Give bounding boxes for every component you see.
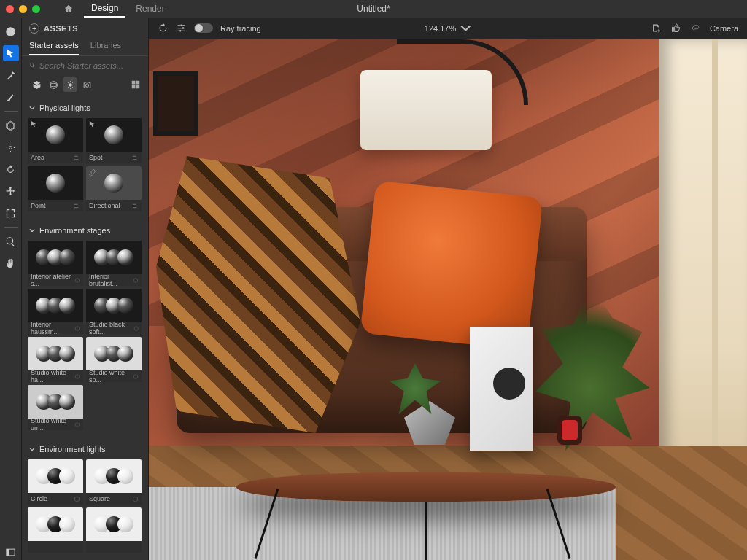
cursor-badge-icon xyxy=(88,120,96,128)
maximize-window-button[interactable] xyxy=(32,5,40,13)
cube-small-icon xyxy=(74,496,80,502)
undo-icon[interactable] xyxy=(690,23,701,34)
plus-circle-icon xyxy=(5,26,16,37)
section-physical-lights[interactable]: Physical lights xyxy=(28,101,142,115)
magnify-icon xyxy=(5,236,16,247)
asset-filter-row xyxy=(22,74,148,98)
thumb-label: Studio white ha... xyxy=(31,369,74,382)
add-asset-button[interactable]: + xyxy=(29,23,39,34)
scale-icon xyxy=(5,208,16,219)
cube-small-icon xyxy=(74,325,80,332)
move-icon xyxy=(5,186,16,197)
scene-watch xyxy=(557,416,582,445)
svg-point-7 xyxy=(179,30,182,32)
sliders-icon[interactable] xyxy=(74,203,80,209)
sliders-icon[interactable] xyxy=(74,155,80,161)
viewport-column: Ray tracing 124.17% Camera xyxy=(149,18,747,560)
light-directional[interactable]: Directional xyxy=(86,166,142,211)
viewport-3d[interactable] xyxy=(149,39,747,560)
envlight-item[interactable] xyxy=(86,508,142,553)
sliders-icon[interactable] xyxy=(132,155,139,161)
titlebar: Design Render Untitled* xyxy=(0,0,747,18)
scale-tool[interactable] xyxy=(3,205,19,221)
light-area[interactable]: Area xyxy=(28,118,83,163)
brush-icon xyxy=(5,92,16,103)
zoom-tool[interactable] xyxy=(3,233,19,249)
light-spot[interactable]: Spot xyxy=(86,118,142,163)
light-point[interactable]: Point xyxy=(28,166,83,211)
scene-product-box xyxy=(470,327,533,451)
search-input[interactable] xyxy=(39,61,141,70)
stage-interior-atelier[interactable]: Interior atelier s... xyxy=(28,241,83,286)
stage-interior-haussm[interactable]: Interior haussm... xyxy=(28,289,83,334)
scene-lamp-shade xyxy=(360,70,492,150)
filter-models-button[interactable] xyxy=(29,77,44,92)
zoom-value: 124.17% xyxy=(425,24,456,33)
history-icon[interactable] xyxy=(158,23,169,34)
divider xyxy=(4,227,18,228)
render-tab[interactable]: Render xyxy=(128,0,171,18)
add-tool[interactable] xyxy=(3,23,19,39)
thumbs-up-icon[interactable] xyxy=(670,23,681,34)
select-tool[interactable] xyxy=(3,45,19,61)
stage-interior-brutalist[interactable]: Interior brutalist... xyxy=(86,241,142,286)
scene-throw-blanket xyxy=(156,156,360,433)
grid-view-button[interactable] xyxy=(131,79,141,90)
cube-small-icon xyxy=(133,325,139,332)
chevron-down-icon xyxy=(460,23,471,34)
cube-icon xyxy=(5,120,16,131)
thumb-label: Studio white so... xyxy=(89,369,133,382)
envlight-item[interactable] xyxy=(28,508,83,553)
stage-studio-white-ha[interactable]: Studio white ha... xyxy=(28,337,83,382)
document-title: Untitled* xyxy=(357,4,390,14)
brush-tool[interactable] xyxy=(3,89,19,105)
svg-point-6 xyxy=(182,27,185,29)
svg-point-0 xyxy=(9,146,12,149)
section-label: Physical lights xyxy=(39,104,90,112)
sun-icon xyxy=(5,142,16,153)
raytracing-toggle[interactable] xyxy=(194,23,213,33)
sliders-icon[interactable] xyxy=(132,203,139,209)
filter-materials-button[interactable] xyxy=(46,77,61,92)
search-icon xyxy=(29,61,35,70)
cube-small-icon xyxy=(74,373,80,380)
envlight-square[interactable]: Square xyxy=(86,459,142,505)
raytracing-label: Ray tracing xyxy=(220,24,261,33)
chevron-down-icon xyxy=(29,105,35,111)
panel-title: ASSETS xyxy=(44,24,78,33)
move-tool[interactable] xyxy=(3,183,19,199)
libraries-tab[interactable]: Libraries xyxy=(90,36,121,55)
thumb-label: Spot xyxy=(89,154,103,161)
section-environment-stages[interactable]: Environment stages xyxy=(28,223,142,238)
envlight-circle[interactable]: Circle xyxy=(28,459,83,505)
magic-wand-tool[interactable] xyxy=(3,67,19,83)
starter-assets-tab[interactable]: Starter assets xyxy=(29,36,79,55)
hand-tool[interactable] xyxy=(3,255,19,271)
minimize-window-button[interactable] xyxy=(19,5,27,13)
section-environment-lights[interactable]: Environment lights xyxy=(28,442,142,456)
rotate-tool[interactable] xyxy=(3,161,19,177)
stage-studio-black-soft[interactable]: Studio black soft... xyxy=(86,289,142,334)
export-icon[interactable] xyxy=(651,23,662,34)
design-tab[interactable]: Design xyxy=(84,0,125,18)
camera-icon xyxy=(82,80,92,90)
zoom-control[interactable]: 124.17% xyxy=(425,23,471,34)
stage-studio-white-um[interactable]: Studio white um... xyxy=(28,385,83,430)
filter-lights-button[interactable] xyxy=(63,77,77,92)
home-tab[interactable] xyxy=(56,0,81,18)
cube-tool[interactable] xyxy=(3,117,19,133)
scene-table xyxy=(236,472,616,502)
cursor-icon xyxy=(5,48,16,59)
window-controls xyxy=(6,5,40,13)
light-tool[interactable] xyxy=(3,139,19,155)
stage-studio-white-so[interactable]: Studio white so... xyxy=(86,337,142,382)
settings-icon[interactable] xyxy=(176,23,187,34)
sphere-icon xyxy=(49,80,58,90)
panel-icon xyxy=(5,547,16,558)
camera-dropdown[interactable]: Camera xyxy=(710,24,738,33)
close-window-button[interactable] xyxy=(6,5,14,13)
filter-cameras-button[interactable] xyxy=(80,77,94,92)
panel-toggle[interactable] xyxy=(3,544,19,560)
thumb-label: Interior brutalist... xyxy=(89,273,133,286)
cube-small-icon xyxy=(133,277,139,284)
